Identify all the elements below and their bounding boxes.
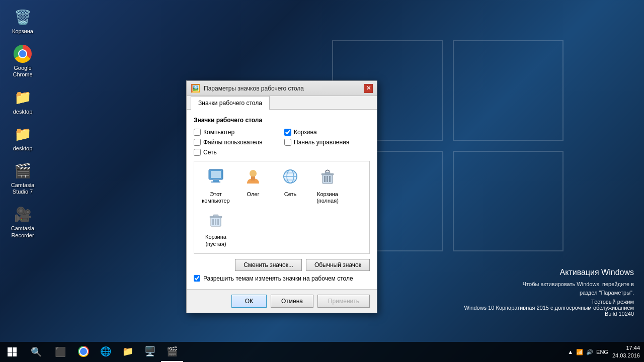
camtasia-recorder-icon[interactable]: 🎥 Camtasia Recorder [5,202,40,240]
cancel-button[interactable]: Отмена [271,295,313,308]
svg-rect-21 [217,219,219,225]
ok-button[interactable]: ОК [231,295,267,308]
desktop1-label: desktop [13,109,33,115]
preview-computer-img [207,167,225,189]
apply-button[interactable]: Применить [317,295,370,308]
checkbox-user-files-input[interactable] [194,139,201,146]
preview-user-label: Олег [247,191,260,198]
checkbox-network-input[interactable] [194,149,201,156]
svg-rect-20 [215,219,216,225]
checkbox-network-label: Сеть [203,149,217,156]
dialog-body: Значки рабочего стола Компьютер Корзина … [187,110,377,289]
svg-rect-1 [211,171,221,178]
taskbar-app5[interactable]: 🎬 [161,342,183,362]
clock-time: 17:44 [612,344,640,352]
preview-network-label: Сеть [284,191,296,198]
taskbar: 🔍 ⬛ 🌐 📁 🖥️ 🎬 ▲ 📶 🔊 ENG 17:44 [0,342,644,362]
checkbox-recycle: Корзина [284,129,370,136]
svg-rect-17 [325,172,330,174]
dialog-tabs: Значки рабочего стола [187,96,377,110]
desktop1-icon[interactable]: 📁 desktop [5,85,40,117]
preview-recycle-full-label: Корзина (полная) [312,191,343,204]
tray-network[interactable]: 📶 [576,349,583,355]
checkbox-computer: Компьютер [194,129,279,136]
default-icon-button[interactable]: Обычный значок [306,259,370,271]
start-button[interactable] [0,342,24,362]
dialog-title-left: 🖼️ Параметры значков рабочего стола [191,83,304,93]
checkboxes-grid: Компьютер Корзина Файлы пользователя Пан… [194,129,370,156]
dialog-titlebar[interactable]: 🖼️ Параметры значков рабочего стола ✕ [187,81,377,96]
svg-rect-23 [213,215,218,217]
svg-rect-3 [211,182,220,183]
desktop2-label: desktop [13,145,33,152]
action-buttons: Сменить значок... Обычный значок [194,259,370,271]
checkbox-control-panel-label: Панель управления [294,139,349,146]
clock-date: 24.03.2016 [612,352,640,359]
checkbox-control-panel-input[interactable] [284,139,291,146]
desktop2-img: 📁 [13,124,33,144]
activation-line1: Чтобы активировать Windows, перейдите в [523,281,634,287]
preview-icon-recycle-empty[interactable]: Корзина (пустая) [198,208,233,249]
preview-user-img [244,167,262,189]
checkbox-network: Сеть [194,149,279,156]
google-chrome-icon[interactable]: Google Chrome [5,42,40,80]
activation-build: Тестовый режим Windows 10 Корпоративная … [464,299,634,317]
checkbox-user-files-label: Файлы пользователя [203,139,262,146]
svg-point-11 [284,170,297,183]
preview-icon-user[interactable]: Олег [235,165,271,200]
checkbox-user-files: Файлы пользователя [194,139,279,146]
tab-desktop-icons[interactable]: Значки рабочего стола [191,96,270,110]
preview-recycle-empty-img [207,210,225,232]
camtasia-studio-icon[interactable]: 🎬 Camtasia Studio 7 [5,159,40,197]
preview-icon-computer[interactable]: Этот компьютер [198,165,233,206]
activation-title: Активация Windows [464,268,634,277]
preview-icon-network[interactable]: Сеть [273,165,308,200]
preview-network-img [281,167,299,189]
taskbar-app3[interactable]: 📁 [117,342,139,362]
search-button[interactable]: 🔍 [24,342,48,362]
checkbox-control-panel: Панель управления [284,139,370,146]
desktop1-img: 📁 [13,87,33,108]
dialog-footer: ОК Отмена Применить [187,289,377,313]
desktop2-icon[interactable]: 📁 desktop [5,122,40,154]
checkbox-computer-input[interactable] [194,129,201,136]
dialog-icon: 🖼️ [191,83,201,93]
chrome-img [13,44,33,64]
task-view-button[interactable]: ⬛ [48,342,72,362]
preview-icon-recycle-full[interactable]: Корзина (полная) [310,165,345,206]
svg-rect-15 [329,176,331,182]
checkbox-recycle-input[interactable] [284,129,291,136]
taskbar-app4[interactable]: 🖥️ [139,342,161,362]
clock[interactable]: 17:44 24.03.2016 [612,344,640,360]
preview-computer-label: Этот компьютер [200,191,231,204]
build-label: Тестовый режим [591,299,634,305]
dialog-close-button[interactable]: ✕ [364,84,373,93]
tray-volume[interactable]: 🔊 [586,349,593,355]
recycle-bin-icon[interactable]: 🗑️ Корзина [5,5,40,37]
taskbar-chrome[interactable] [72,342,95,362]
change-icon-button[interactable]: Сменить значок... [235,259,302,271]
tray-arrow[interactable]: ▲ [568,349,573,355]
taskbar-left: 🔍 ⬛ 🌐 📁 🖥️ 🎬 [0,342,183,362]
icons-preview-area[interactable]: Этот компьютер Олег [194,161,370,254]
preview-recycle-empty-label: Корзина (пустая) [200,234,231,247]
tray-lang[interactable]: ENG [596,349,608,355]
svg-rect-19 [212,219,214,225]
section-title: Значки рабочего стола [194,117,370,124]
build-number: Build 10240 [605,311,634,317]
build-info: Windows 10 Корпоративная 2015 с долгосро… [464,305,634,311]
checkbox-recycle-label: Корзина [294,129,317,136]
taskbar-right: ▲ 📶 🔊 ENG 17:44 24.03.2016 [568,344,644,360]
windows-logo [8,347,17,356]
checkbox-computer-label: Компьютер [203,129,234,136]
allow-themes-checkbox[interactable] [194,275,200,282]
system-tray: ▲ 📶 🔊 ENG [568,349,608,355]
allow-themes-label: Разрешить темам изменять значки на рабоч… [203,275,353,282]
recycle-bin-label: Корзина [12,28,33,35]
camtasia-recorder-img: 🎥 [13,204,33,224]
desktop: 🗑️ Корзина Google Chrome 📁 desktop 📁 des… [0,0,644,362]
camtasia-recorder-label: Camtasia Recorder [7,225,38,238]
dialog-window: 🖼️ Параметры значков рабочего стола ✕ Зн… [186,80,377,313]
svg-point-4 [250,170,257,177]
taskbar-app2[interactable]: 🌐 [95,342,117,362]
